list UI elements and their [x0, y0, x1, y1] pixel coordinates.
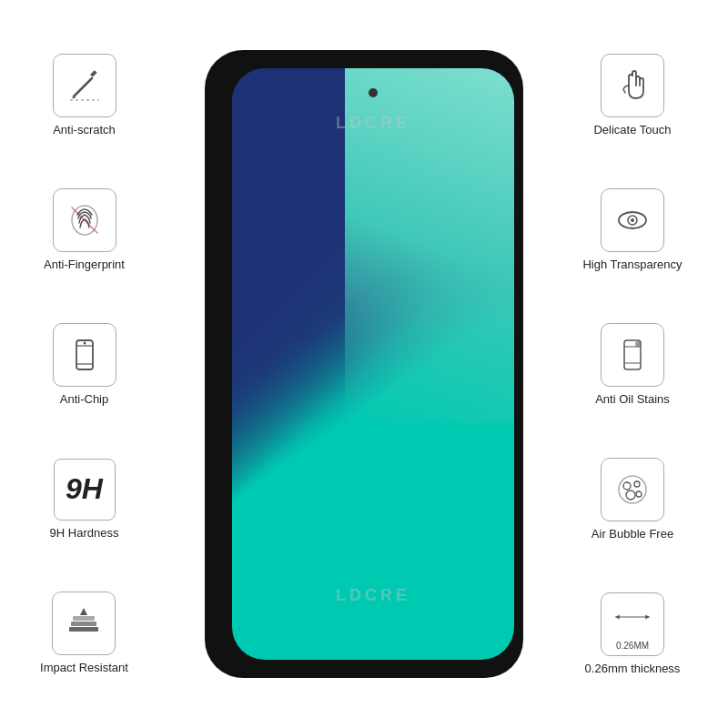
9h-text: 9H [66, 472, 103, 506]
svg-point-24 [626, 490, 635, 500]
main-container: Anti-scratch Anti-Fingerprint [0, 0, 728, 728]
air-bubble-free-label: Air Bubble Free [592, 527, 673, 541]
air-bubble-free-icon-box [601, 458, 664, 521]
svg-line-0 [74, 78, 92, 96]
watermark-bottom: LDCRE [336, 586, 410, 605]
high-transparency-icon-box [601, 188, 664, 252]
impact-icon [64, 603, 104, 643]
svg-rect-11 [69, 627, 98, 632]
feature-air-bubble-free: Air Bubble Free [592, 458, 673, 541]
anti-fingerprint-label: Anti-Fingerprint [44, 258, 125, 271]
svg-rect-12 [73, 616, 95, 621]
delicate-touch-icon-box [601, 54, 664, 117]
phone-wrapper: LDCRE LDCRE [196, 46, 532, 682]
screen-gradient: LDCRE LDCRE [232, 68, 514, 660]
svg-rect-10 [71, 622, 96, 626]
anti-oil-stains-label: Anti Oil Stains [595, 392, 670, 406]
svg-marker-27 [615, 614, 620, 619]
right-features-column: Delicate Touch High Transparency [537, 0, 728, 728]
feature-thickness: 0.26MM 0.26mm thickness [585, 592, 681, 675]
anti-scratch-icon-box [53, 54, 116, 117]
svg-marker-13 [80, 608, 87, 615]
phone-screen: LDCRE LDCRE [232, 68, 514, 660]
anti-chip-icon-box [53, 323, 116, 387]
svg-point-22 [623, 482, 631, 490]
9h-hardness-label: 9H Hardness [50, 526, 119, 540]
oil-stains-icon [612, 335, 652, 375]
feature-anti-chip: Anti-Chip [53, 323, 116, 406]
scratch-icon [65, 66, 105, 106]
thickness-icon-box: 0.26MM [601, 592, 664, 656]
feature-delicate-touch: Delicate Touch [593, 54, 671, 136]
svg-point-18 [635, 341, 641, 347]
svg-point-16 [631, 218, 634, 222]
feature-high-transparency: High Transparency [582, 188, 682, 271]
feature-impact-resistant: Impact Resistant [40, 592, 128, 674]
anti-oil-stains-icon-box [601, 323, 664, 387]
watermark-top: LDCRE [336, 114, 410, 133]
impact-resistant-icon-box [52, 592, 116, 655]
svg-point-25 [636, 491, 642, 497]
bubbles-icon [612, 470, 652, 510]
camera-dot [369, 88, 378, 97]
screen-protector: LDCRE LDCRE [205, 50, 523, 678]
anti-chip-label: Anti-Chip [60, 392, 108, 406]
feature-9h-hardness: 9H 9H Hardness [50, 459, 119, 540]
touch-icon [612, 66, 652, 106]
feature-anti-oil-stains: Anti Oil Stains [595, 323, 670, 406]
9h-hardness-icon-box: 9H [54, 459, 116, 521]
anti-scratch-label: Anti-scratch [53, 123, 116, 136]
svg-line-5 [72, 207, 97, 233]
thickness-label: 0.26mm thickness [585, 662, 681, 675]
eye-icon [612, 200, 652, 240]
svg-marker-28 [645, 614, 650, 619]
thickness-value: 0.26MM [616, 641, 649, 651]
svg-point-23 [634, 481, 640, 487]
svg-point-9 [83, 342, 86, 345]
svg-rect-3 [90, 70, 97, 77]
svg-rect-6 [76, 340, 93, 369]
thickness-arrows-icon [612, 597, 652, 637]
high-transparency-label: High Transparency [582, 258, 682, 271]
fingerprint-icon [65, 200, 105, 240]
chip-icon [65, 335, 105, 375]
feature-anti-scratch: Anti-scratch [53, 54, 116, 136]
impact-resistant-label: Impact Resistant [40, 661, 128, 674]
delicate-touch-label: Delicate Touch [593, 123, 671, 136]
feature-anti-fingerprint: Anti-Fingerprint [44, 188, 125, 271]
left-features-column: Anti-scratch Anti-Fingerprint [0, 0, 168, 728]
anti-fingerprint-icon-box [53, 188, 116, 252]
